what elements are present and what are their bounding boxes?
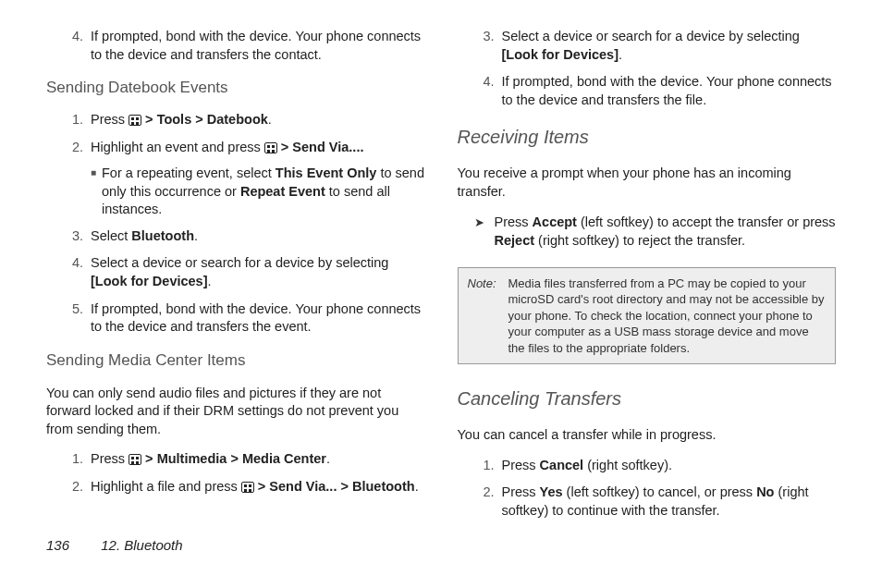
gt-icon: > — [191, 112, 207, 127]
text: Press — [502, 484, 540, 499]
step-item: 4. If prompted, bond with the device. Yo… — [63, 28, 425, 64]
step-item: 4. Select a device or search for a devic… — [63, 254, 425, 290]
content-columns: 4. If prompted, bond with the device. Yo… — [46, 23, 836, 527]
step-number: 1. — [63, 450, 83, 469]
gt-icon: > — [141, 451, 157, 466]
step-number: 2. — [63, 139, 83, 157]
text: (left softkey) to accept the transfer or… — [577, 214, 836, 229]
bold-text: Bluetooth — [352, 479, 415, 494]
bold-text: Repeat Event — [240, 184, 325, 199]
menu-icon — [264, 142, 277, 153]
step-item: 1. Press > Multimedia > Media Center. — [63, 450, 425, 469]
bold-text: This Event Only — [276, 165, 377, 180]
page-footer: 136 12. Bluetooth — [46, 536, 836, 555]
step-text: Press Cancel (right softkey). — [502, 457, 837, 475]
bold-text: [Look for Devices] — [502, 47, 619, 62]
right-column: 3. Select a device or search for a devic… — [458, 23, 837, 527]
step-item: 3. Select a device or search for a devic… — [474, 28, 837, 64]
text: . — [194, 228, 198, 243]
step-number: 4. — [474, 73, 495, 109]
step-text: Highlight a file and press > Send Via...… — [91, 478, 425, 496]
text: (right softkey) to reject the transfer. — [534, 233, 745, 248]
step-number: 2. — [474, 484, 495, 520]
text: For a repeating event, select — [102, 165, 276, 180]
text: . — [268, 112, 272, 127]
menu-icon — [241, 482, 254, 493]
sub-text: For a repeating event, select This Event… — [102, 165, 425, 219]
menu-icon — [129, 115, 141, 126]
text: Select — [91, 228, 131, 243]
step-text: Press > Multimedia > Media Center. — [91, 450, 425, 469]
note-box: Note: Media files transferred from a PC … — [458, 267, 837, 365]
step-number: 1. — [474, 457, 495, 475]
paragraph: You can cancel a transfer while in progr… — [458, 426, 837, 445]
bold-text: Send Via... — [269, 479, 337, 494]
item-text: Press Accept (left softkey) to accept th… — [495, 214, 837, 250]
bold-text: Tools — [157, 112, 192, 127]
bold-text: Reject — [495, 233, 535, 248]
step-text: Press Yes (left softkey) to cancel, or p… — [502, 484, 837, 520]
gt-icon: > — [254, 479, 270, 494]
heading-canceling-transfers: Canceling Transfers — [458, 386, 837, 411]
text: (left softkey) to cancel, or press — [563, 484, 757, 499]
left-column: 4. If prompted, bond with the device. Yo… — [46, 23, 425, 527]
bold-text: Yes — [540, 484, 563, 499]
heading-receiving-items: Receiving Items — [458, 125, 837, 150]
step-item: 1. Press Cancel (right softkey). — [474, 457, 837, 475]
step-text: Select Bluetooth. — [91, 227, 425, 246]
bold-text: Send Via.... — [292, 140, 363, 154]
arrow-item: ➤ Press Accept (left softkey) to accept … — [474, 214, 837, 250]
chapter-title: 12. Bluetooth — [101, 537, 182, 553]
bold-text: Bluetooth — [131, 228, 194, 243]
step-item: 2. Highlight an event and press > Send V… — [63, 139, 425, 157]
bold-text: Datebook — [207, 112, 268, 127]
step-item: 1. Press > Tools > Datebook. — [63, 111, 425, 129]
step-number: 1. — [63, 111, 83, 129]
gt-icon: > — [277, 140, 293, 154]
text: Highlight an event and press — [91, 140, 264, 154]
text: . — [326, 451, 330, 466]
text: Press — [91, 451, 129, 466]
step-number: 3. — [63, 227, 83, 246]
sub-item: ■ For a repeating event, select This Eve… — [91, 165, 425, 219]
gt-icon: > — [227, 451, 242, 466]
step-text: Highlight an event and press > Send Via.… — [91, 139, 425, 157]
step-text: If prompted, bond with the device. Your … — [91, 28, 425, 64]
heading-sending-media: Sending Media Center Items — [46, 350, 425, 372]
step-text: Press > Tools > Datebook. — [91, 111, 425, 129]
bold-text: Media Center — [242, 451, 326, 466]
text: . — [619, 47, 622, 62]
step-item: 5. If prompted, bond with the device. Yo… — [63, 300, 425, 337]
step-number: 3. — [474, 28, 495, 64]
menu-icon — [129, 454, 141, 465]
gt-icon: > — [141, 112, 157, 127]
paragraph: You can only send audio files and pictur… — [46, 385, 425, 439]
bold-text: Multimedia — [157, 451, 227, 466]
text: (right softkey). — [583, 458, 672, 472]
text: Select a device or search for a device b… — [502, 29, 800, 43]
text: Press — [502, 458, 540, 472]
arrow-icon: ➤ — [474, 214, 495, 250]
step-item: 3. Select Bluetooth. — [63, 227, 425, 246]
bold-text: [Look for Devices] — [91, 274, 208, 288]
paragraph: You receive a prompt when your phone has… — [458, 165, 837, 201]
note-label: Note: — [468, 276, 508, 357]
step-text: Select a device or search for a device b… — [502, 28, 837, 64]
text: . — [415, 479, 419, 494]
step-number: 5. — [63, 300, 83, 337]
step-item: 2. Press Yes (left softkey) to cancel, o… — [474, 484, 837, 520]
step-text: If prompted, bond with the device. Your … — [502, 73, 837, 109]
bold-text: Accept — [533, 214, 577, 229]
text: Press — [495, 214, 533, 229]
text: Select a device or search for a device b… — [91, 255, 388, 270]
square-bullet-icon: ■ — [91, 165, 102, 219]
text: Press — [91, 112, 129, 127]
bold-text: No — [756, 484, 774, 499]
step-text: If prompted, bond with the device. Your … — [91, 300, 425, 337]
step-number: 2. — [63, 478, 83, 496]
heading-sending-datebook: Sending Datebook Events — [46, 78, 425, 99]
page-number: 136 — [46, 537, 69, 553]
text: . — [208, 274, 212, 288]
step-text: Select a device or search for a device b… — [91, 254, 425, 290]
text: Highlight a file and press — [91, 479, 241, 494]
